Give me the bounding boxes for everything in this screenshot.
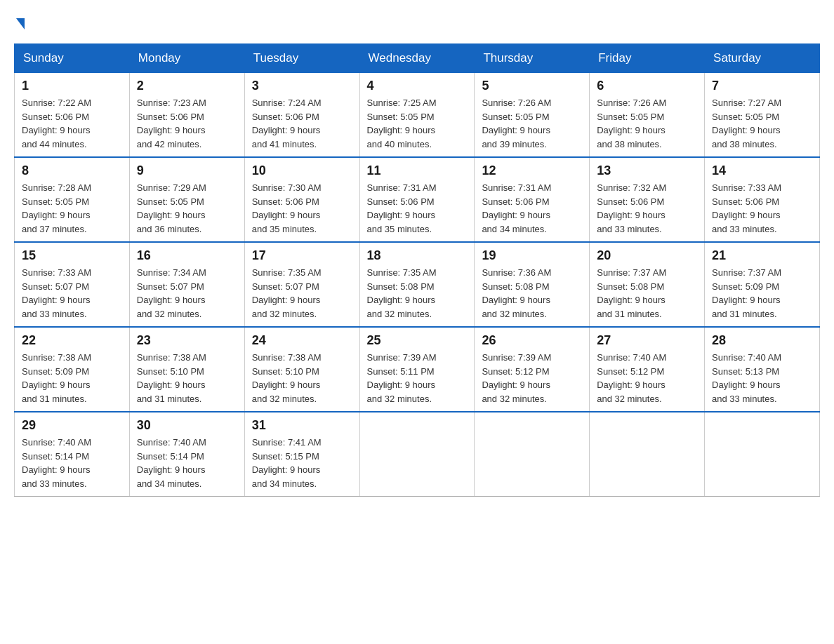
day-number: 10 [252,163,352,178]
calendar-table: SundayMondayTuesdayWednesdayThursdayFrid… [14,43,820,497]
day-number: 14 [712,163,812,178]
day-info: Sunrise: 7:40 AMSunset: 5:12 PMDaylight:… [597,351,697,405]
day-number: 13 [597,163,697,178]
day-info: Sunrise: 7:41 AMSunset: 5:15 PMDaylight:… [252,436,352,490]
column-header-monday: Monday [129,44,244,73]
day-info: Sunrise: 7:39 AMSunset: 5:12 PMDaylight:… [482,351,582,405]
logo [14,14,25,29]
calendar-cell: 11Sunrise: 7:31 AMSunset: 5:06 PMDayligh… [359,157,475,242]
day-number: 2 [137,79,237,93]
calendar-cell [359,412,475,497]
column-header-tuesday: Tuesday [244,44,359,73]
day-info: Sunrise: 7:29 AMSunset: 5:05 PMDaylight:… [137,181,237,236]
calendar-week-row: 15Sunrise: 7:33 AMSunset: 5:07 PMDayligh… [15,242,820,327]
column-header-friday: Friday [590,44,705,73]
calendar-cell: 25Sunrise: 7:39 AMSunset: 5:11 PMDayligh… [359,327,475,412]
day-info: Sunrise: 7:28 AMSunset: 5:05 PMDaylight:… [22,181,122,236]
day-number: 3 [252,79,352,93]
calendar-cell: 15Sunrise: 7:33 AMSunset: 5:07 PMDayligh… [15,242,130,327]
day-number: 27 [597,333,697,348]
logo-arrow-icon [16,18,25,29]
calendar-cell: 20Sunrise: 7:37 AMSunset: 5:08 PMDayligh… [590,242,705,327]
day-number: 4 [367,79,468,93]
calendar-cell: 9Sunrise: 7:29 AMSunset: 5:05 PMDaylight… [129,157,244,242]
day-number: 22 [22,333,122,348]
calendar-cell: 7Sunrise: 7:27 AMSunset: 5:05 PMDaylight… [705,73,820,158]
day-info: Sunrise: 7:25 AMSunset: 5:05 PMDaylight:… [367,96,468,151]
day-info: Sunrise: 7:37 AMSunset: 5:09 PMDaylight:… [712,266,812,321]
day-number: 28 [712,333,812,348]
day-number: 9 [137,163,237,178]
day-info: Sunrise: 7:38 AMSunset: 5:10 PMDaylight:… [137,351,237,405]
column-header-sunday: Sunday [15,44,130,73]
calendar-cell: 28Sunrise: 7:40 AMSunset: 5:13 PMDayligh… [705,327,820,412]
day-number: 17 [252,248,352,263]
calendar-cell: 31Sunrise: 7:41 AMSunset: 5:15 PMDayligh… [244,412,359,497]
day-number: 20 [597,248,697,263]
day-number: 19 [482,248,582,263]
day-info: Sunrise: 7:40 AMSunset: 5:14 PMDaylight:… [22,436,122,490]
calendar-cell: 13Sunrise: 7:32 AMSunset: 5:06 PMDayligh… [590,157,705,242]
day-info: Sunrise: 7:35 AMSunset: 5:07 PMDaylight:… [252,266,352,321]
day-number: 8 [22,163,122,178]
day-info: Sunrise: 7:22 AMSunset: 5:06 PMDaylight:… [22,96,122,151]
calendar-cell: 17Sunrise: 7:35 AMSunset: 5:07 PMDayligh… [244,242,359,327]
day-number: 16 [137,248,237,263]
calendar-week-row: 29Sunrise: 7:40 AMSunset: 5:14 PMDayligh… [15,412,820,497]
calendar-cell [705,412,820,497]
calendar-cell: 3Sunrise: 7:24 AMSunset: 5:06 PMDaylight… [244,73,359,158]
calendar-cell: 30Sunrise: 7:40 AMSunset: 5:14 PMDayligh… [129,412,244,497]
calendar-cell: 1Sunrise: 7:22 AMSunset: 5:06 PMDaylight… [15,73,130,158]
day-info: Sunrise: 7:30 AMSunset: 5:06 PMDaylight:… [252,181,352,236]
day-number: 29 [22,418,122,433]
day-number: 6 [597,79,697,93]
calendar-cell: 10Sunrise: 7:30 AMSunset: 5:06 PMDayligh… [244,157,359,242]
calendar-cell: 23Sunrise: 7:38 AMSunset: 5:10 PMDayligh… [129,327,244,412]
calendar-cell: 27Sunrise: 7:40 AMSunset: 5:12 PMDayligh… [590,327,705,412]
day-info: Sunrise: 7:26 AMSunset: 5:05 PMDaylight:… [597,96,697,151]
day-info: Sunrise: 7:31 AMSunset: 5:06 PMDaylight:… [482,181,582,236]
day-info: Sunrise: 7:27 AMSunset: 5:05 PMDaylight:… [712,96,812,151]
day-info: Sunrise: 7:34 AMSunset: 5:07 PMDaylight:… [137,266,237,321]
day-info: Sunrise: 7:38 AMSunset: 5:09 PMDaylight:… [22,351,122,405]
calendar-cell [590,412,705,497]
calendar-cell: 12Sunrise: 7:31 AMSunset: 5:06 PMDayligh… [475,157,590,242]
calendar-cell: 24Sunrise: 7:38 AMSunset: 5:10 PMDayligh… [244,327,359,412]
calendar-week-row: 22Sunrise: 7:38 AMSunset: 5:09 PMDayligh… [15,327,820,412]
day-number: 15 [22,248,122,263]
day-number: 7 [712,79,812,93]
calendar-header-row: SundayMondayTuesdayWednesdayThursdayFrid… [15,44,820,73]
day-info: Sunrise: 7:33 AMSunset: 5:07 PMDaylight:… [22,266,122,321]
calendar-cell: 8Sunrise: 7:28 AMSunset: 5:05 PMDaylight… [15,157,130,242]
day-number: 1 [22,79,122,93]
calendar-cell: 16Sunrise: 7:34 AMSunset: 5:07 PMDayligh… [129,242,244,327]
calendar-cell: 18Sunrise: 7:35 AMSunset: 5:08 PMDayligh… [359,242,475,327]
calendar-week-row: 1Sunrise: 7:22 AMSunset: 5:06 PMDaylight… [15,73,820,158]
day-number: 18 [367,248,468,263]
day-number: 25 [367,333,468,348]
day-number: 23 [137,333,237,348]
day-number: 5 [482,79,582,93]
day-info: Sunrise: 7:26 AMSunset: 5:05 PMDaylight:… [482,96,582,151]
day-info: Sunrise: 7:38 AMSunset: 5:10 PMDaylight:… [252,351,352,405]
calendar-cell [475,412,590,497]
day-number: 12 [482,163,582,178]
day-number: 21 [712,248,812,263]
day-number: 30 [137,418,237,433]
day-number: 24 [252,333,352,348]
calendar-cell: 14Sunrise: 7:33 AMSunset: 5:06 PMDayligh… [705,157,820,242]
page-header [14,14,820,29]
day-info: Sunrise: 7:40 AMSunset: 5:14 PMDaylight:… [137,436,237,490]
calendar-cell: 26Sunrise: 7:39 AMSunset: 5:12 PMDayligh… [475,327,590,412]
day-info: Sunrise: 7:39 AMSunset: 5:11 PMDaylight:… [367,351,468,405]
day-number: 26 [482,333,582,348]
calendar-cell: 29Sunrise: 7:40 AMSunset: 5:14 PMDayligh… [15,412,130,497]
calendar-cell: 5Sunrise: 7:26 AMSunset: 5:05 PMDaylight… [475,73,590,158]
column-header-saturday: Saturday [705,44,820,73]
day-info: Sunrise: 7:24 AMSunset: 5:06 PMDaylight:… [252,96,352,151]
calendar-cell: 22Sunrise: 7:38 AMSunset: 5:09 PMDayligh… [15,327,130,412]
day-info: Sunrise: 7:32 AMSunset: 5:06 PMDaylight:… [597,181,697,236]
calendar-cell: 4Sunrise: 7:25 AMSunset: 5:05 PMDaylight… [359,73,475,158]
column-header-wednesday: Wednesday [359,44,475,73]
day-info: Sunrise: 7:36 AMSunset: 5:08 PMDaylight:… [482,266,582,321]
